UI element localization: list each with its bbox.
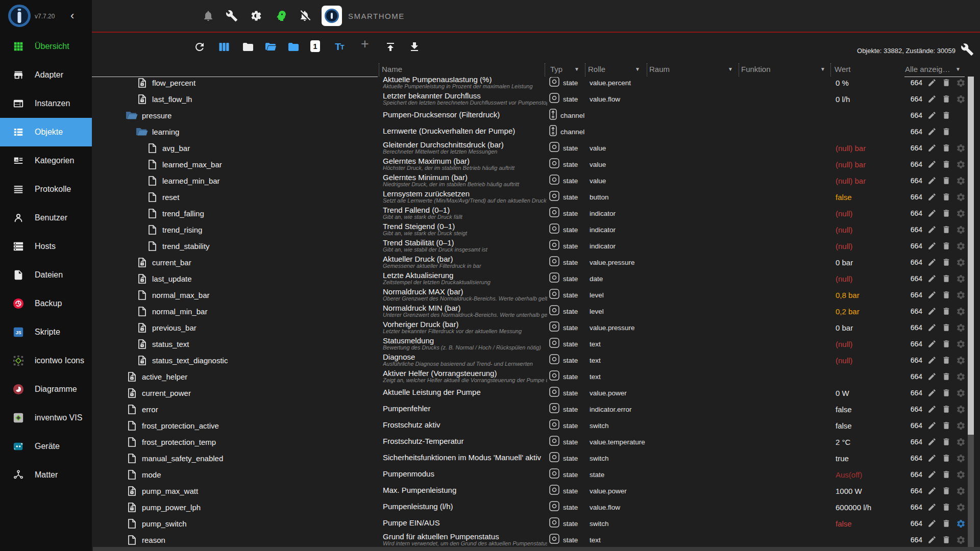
typ-dropdown-icon[interactable]: ▼ (574, 66, 579, 72)
value-settings-gear-icon[interactable] (956, 176, 965, 185)
edit-pencil-icon[interactable] (927, 470, 937, 479)
delete-trash-icon[interactable] (942, 519, 951, 528)
acl-badge[interactable]: 664 (906, 160, 922, 168)
object-id-cell[interactable]: status_text_diagnostic (93, 352, 228, 368)
table-row-current_power[interactable]: current_powerAktuelle Leistung der Pumpe… (93, 385, 968, 401)
delete-trash-icon[interactable] (942, 209, 951, 218)
raum-dropdown-icon[interactable]: ▼ (728, 66, 733, 72)
vertical-scrollbar[interactable] (968, 77, 974, 547)
acl-badge[interactable]: 664 (906, 291, 922, 299)
edit-pencil-icon[interactable] (927, 519, 937, 528)
edit-pencil-icon[interactable] (927, 454, 937, 463)
table-row-status_text_diagnostic[interactable]: status_text_diagnosticDiagnoseAusführlic… (93, 352, 968, 368)
delete-trash-icon[interactable] (942, 372, 951, 381)
object-id-cell[interactable]: mode (93, 466, 161, 483)
value-settings-gear-icon[interactable] (956, 307, 965, 316)
edit-pencil-icon[interactable] (927, 437, 937, 446)
sidebar-item-instanzen[interactable]: Instanzen (0, 89, 92, 118)
delete-trash-icon[interactable] (942, 470, 951, 479)
delete-trash-icon[interactable] (942, 241, 951, 251)
edit-pencil-icon[interactable] (927, 241, 937, 251)
table-row-status_text[interactable]: status_textStatusmeldungBewertung des Dr… (93, 336, 968, 352)
delete-trash-icon[interactable] (942, 405, 951, 414)
edit-pencil-icon[interactable] (927, 307, 937, 316)
acl-badge[interactable]: 664 (906, 79, 922, 87)
acl-badge[interactable]: 664 (906, 519, 922, 528)
edit-pencil-icon[interactable] (927, 143, 937, 153)
object-id-cell[interactable]: learned_min_bar (93, 172, 220, 189)
delete-trash-icon[interactable] (942, 356, 951, 365)
acl-badge[interactable]: 664 (906, 470, 922, 479)
edit-pencil-icon[interactable] (927, 258, 937, 267)
notifications-off-icon[interactable] (299, 10, 311, 22)
sidebar-item-dateien[interactable]: Dateien (0, 261, 92, 289)
value-settings-gear-icon[interactable] (956, 241, 965, 251)
delete-trash-icon[interactable] (942, 323, 951, 332)
header-wert[interactable]: Wert (835, 65, 850, 73)
object-id-cell[interactable]: last_flow_lh (93, 91, 192, 107)
expand-depth-1-icon[interactable]: 1 (310, 40, 320, 52)
object-id-cell[interactable]: pressure (93, 107, 172, 123)
value-settings-gear-icon[interactable] (956, 339, 965, 348)
object-id-cell[interactable]: active_helper (93, 368, 187, 385)
table-row-avg_bar[interactable]: avg_barGleitender Durchschnittsdruck (ba… (93, 140, 968, 156)
delete-trash-icon[interactable] (942, 454, 951, 463)
value-settings-gear-icon[interactable] (956, 143, 965, 153)
value-settings-gear-icon[interactable] (956, 421, 965, 430)
edit-pencil-icon[interactable] (927, 388, 937, 397)
object-id-cell[interactable]: pump_switch (93, 515, 187, 532)
value-settings-gear-icon[interactable] (956, 454, 965, 463)
edit-pencil-icon[interactable] (927, 405, 937, 414)
table-row-normal_max_bar[interactable]: normal_max_barNormaldruck MAX (bar)Obere… (93, 287, 968, 303)
funktion-dropdown-icon[interactable]: ▼ (820, 66, 825, 72)
sidebar-item-diagramme[interactable]: Diagramme (0, 375, 92, 404)
header-funktion-filter[interactable]: Funktion (741, 65, 771, 73)
table-row-last_flow_lh[interactable]: last_flow_lhLetzter bekannter Durchfluss… (93, 91, 968, 107)
sidebar-item-backup[interactable]: Backup (0, 289, 92, 318)
expand-all-folder-icon[interactable] (264, 41, 277, 53)
delete-trash-icon[interactable] (942, 176, 951, 185)
delete-trash-icon[interactable] (942, 111, 951, 120)
columns-icon[interactable] (218, 41, 230, 53)
delete-trash-icon[interactable] (942, 160, 951, 169)
sidebar-item-kategorien[interactable]: Kategorien (0, 146, 92, 175)
table-row-normal_min_bar[interactable]: normal_min_barNormaldruck MIN (bar)Unter… (93, 303, 968, 319)
object-id-cell[interactable]: trend_stability (93, 238, 210, 254)
value-settings-gear-icon[interactable] (956, 192, 965, 202)
object-id-cell[interactable]: pump_power_lph (93, 499, 201, 515)
value-settings-gear-icon[interactable] (956, 225, 965, 234)
table-row-last_update[interactable]: last_updateLetzte AktualisierungZeitstem… (93, 270, 968, 287)
edit-pencil-icon[interactable] (927, 192, 937, 202)
alle-anzeigen-dropdown-icon[interactable]: ▼ (955, 66, 961, 72)
value-settings-gear-icon[interactable] (956, 258, 965, 267)
table-row-trend_stability[interactable]: trend_stabilityTrend Stabilität (0–1)Gib… (93, 238, 968, 254)
delete-trash-icon[interactable] (942, 258, 951, 267)
rolle-dropdown-icon[interactable]: ▼ (635, 66, 640, 72)
folder-level-icon[interactable] (287, 41, 300, 53)
refresh-icon[interactable] (193, 41, 206, 53)
edit-pencil-icon[interactable] (927, 274, 937, 283)
object-id-cell[interactable]: manual_safety_enabled (93, 450, 223, 466)
table-row-frost_protection_active[interactable]: frost_protection_activeFrostschutz aktiv… (93, 417, 968, 434)
value-settings-gear-icon[interactable] (956, 503, 965, 512)
object-id-cell[interactable]: error (93, 401, 158, 417)
edit-pencil-icon[interactable] (927, 290, 937, 299)
smarthome-app-icon[interactable] (322, 6, 342, 26)
object-id-cell[interactable]: status_text (93, 336, 189, 352)
value-settings-gear-icon[interactable] (956, 437, 965, 446)
object-id-cell[interactable]: previous_bar (93, 319, 197, 336)
delete-trash-icon[interactable] (942, 339, 951, 348)
delete-trash-icon[interactable] (942, 192, 951, 202)
object-id-cell[interactable]: current_power (93, 385, 191, 401)
value-settings-gear-icon[interactable] (956, 372, 965, 381)
acl-badge[interactable]: 664 (906, 193, 922, 201)
sidebar-item-icontwo-icons[interactable]: icontwo Icons (0, 346, 92, 375)
value-settings-gear-icon[interactable] (956, 78, 965, 87)
sidebar-item-skripte[interactable]: JSSkripte (0, 318, 92, 346)
acl-badge[interactable]: 664 (906, 536, 922, 544)
table-row-reason[interactable]: reasonGrund für aktuellen PumpenstatusWi… (93, 532, 968, 547)
edit-pencil-icon[interactable] (927, 421, 937, 430)
table-row-learned_min_bar[interactable]: learned_min_barGelerntes Minimum (bar)Ni… (93, 172, 968, 189)
edit-pencil-icon[interactable] (927, 535, 937, 544)
header-rolle-filter[interactable]: Rolle (588, 65, 605, 73)
